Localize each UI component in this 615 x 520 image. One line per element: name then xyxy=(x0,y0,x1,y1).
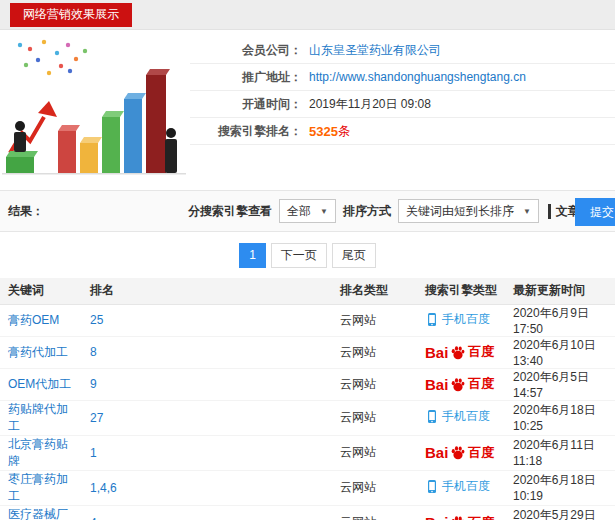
company-link[interactable]: 山东皇圣堂药业有限公司 xyxy=(309,42,441,59)
baidu-logo: Bai百度 xyxy=(425,375,494,393)
baidu-latin-text: Bai xyxy=(425,444,448,461)
update-time: 2020年6月18日 10:19 xyxy=(505,470,615,505)
engine-filter-select[interactable]: 全部 ▼ xyxy=(279,199,336,223)
engine-label: 手机百度 xyxy=(442,311,490,328)
mobile-baidu-badge: 手机百度 xyxy=(425,408,490,425)
keyword-link[interactable]: OEM代加工 xyxy=(0,368,82,400)
baidu-logo: Bai百度 xyxy=(425,343,494,361)
header-update-time: 最新更新时间 xyxy=(505,278,615,304)
promo-chart-image xyxy=(0,33,190,187)
rank-type: 云网站 xyxy=(332,470,417,505)
engine-label: 百度 xyxy=(468,343,494,361)
baidu-paw-icon xyxy=(451,445,465,460)
table-header-row: 关键词 排名 排名类型 搜索引擎类型 最新更新时间 xyxy=(0,278,615,304)
chevron-down-icon: ▼ xyxy=(320,207,328,216)
promo-url-link[interactable]: http://www.shandonghuangshengtang.cn xyxy=(309,70,526,84)
table-row: 膏药OEM 25 云网站 手机百度 2020年6月9日 17:50 xyxy=(0,304,615,336)
mobile-baidu-badge: 手机百度 xyxy=(425,311,490,328)
chevron-down-icon: ▼ xyxy=(523,207,531,216)
engine-label: 百度 xyxy=(468,444,494,462)
header-rank: 排名 xyxy=(82,278,332,304)
sort-label: 排序方式 xyxy=(343,203,391,220)
engine-label: 百度 xyxy=(468,514,494,520)
rank-value[interactable]: 1 xyxy=(82,435,332,470)
baidu-paw-icon xyxy=(451,515,465,520)
info-rows: 会员公司： 山东皇圣堂药业有限公司 推广地址： http://www.shand… xyxy=(190,30,615,145)
keyword-link[interactable]: 北京膏药贴牌 xyxy=(0,435,82,470)
table-row: 枣庄膏药加工 1,4,6 云网站 手机百度 2020年6月18日 10:19 xyxy=(0,470,615,505)
company-label: 会员公司： xyxy=(190,42,302,59)
info-row-rank-count: 搜索引擎排名： 5325 条 xyxy=(190,118,615,145)
baidu-latin-text: Bai xyxy=(425,376,448,393)
update-time: 2020年6月18日 10:25 xyxy=(505,400,615,435)
page-button-current[interactable]: 1 xyxy=(239,243,266,268)
keyword-link[interactable]: 膏药代加工 xyxy=(0,336,82,368)
update-time: 2020年5月29日 10:32 xyxy=(505,505,615,520)
results-table: 关键词 排名 排名类型 搜索引擎类型 最新更新时间 膏药OEM 25 云网站 手… xyxy=(0,278,615,520)
rank-value[interactable]: 4 xyxy=(82,505,332,520)
baidu-paw-icon xyxy=(451,345,465,360)
rank-value[interactable]: 1,4,6 xyxy=(82,470,332,505)
filter-bar: 结果： 分搜索引擎查看 全部 ▼ 排序方式 关键词由短到长排序 ▼ 文章类型 全… xyxy=(0,190,615,232)
table-row: OEM代加工 9 云网站 Bai百度 2020年6月5日 14:57 xyxy=(0,368,615,400)
keyword-link[interactable]: 药贴牌代加工 xyxy=(0,400,82,435)
update-time: 2020年6月11日 11:18 xyxy=(505,435,615,470)
update-time: 2020年6月5日 14:57 xyxy=(505,368,615,400)
sort-select[interactable]: 关键词由短到长排序 ▼ xyxy=(398,199,539,223)
engine-label: 手机百度 xyxy=(442,408,490,425)
header-rank-type: 排名类型 xyxy=(332,278,417,304)
header-keyword: 关键词 xyxy=(0,278,82,304)
baidu-logo: Bai百度 xyxy=(425,514,494,520)
info-row-company: 会员公司： 山东皇圣堂药业有限公司 xyxy=(190,37,615,64)
keyword-link[interactable]: 膏药OEM xyxy=(0,304,82,336)
next-page-button[interactable]: 下一页 xyxy=(271,243,327,268)
submit-button[interactable]: 提交 xyxy=(575,198,615,226)
info-section: 会员公司： 山东皇圣堂药业有限公司 推广地址： http://www.shand… xyxy=(0,30,615,190)
header-engine-type: 搜索引擎类型 xyxy=(417,278,505,304)
mobile-baidu-icon xyxy=(425,409,439,424)
update-time: 2020年6月9日 17:50 xyxy=(505,304,615,336)
table-row: 医疗器械厂家 4 云网站 Bai百度 2020年5月29日 10:32 xyxy=(0,505,615,520)
keyword-link[interactable]: 枣庄膏药加工 xyxy=(0,470,82,505)
engine-label: 手机百度 xyxy=(442,478,490,495)
rank-value[interactable]: 8 xyxy=(82,336,332,368)
promo-url-label: 推广地址： xyxy=(190,69,302,86)
rank-count-label: 搜索引擎排名： xyxy=(190,123,302,140)
keyword-link[interactable]: 医疗器械厂家 xyxy=(0,505,82,520)
divider xyxy=(548,204,551,219)
engine-filter-label: 分搜索引擎查看 xyxy=(188,203,272,220)
rank-type: 云网站 xyxy=(332,368,417,400)
sort-value: 关键词由短到长排序 xyxy=(406,203,514,220)
rank-type: 云网站 xyxy=(332,505,417,520)
mobile-baidu-icon xyxy=(425,479,439,494)
baidu-latin-text: Bai xyxy=(425,514,448,520)
rank-value[interactable]: 27 xyxy=(82,400,332,435)
info-row-url: 推广地址： http://www.shandonghuangshengtang.… xyxy=(190,64,615,91)
rank-type: 云网站 xyxy=(332,336,417,368)
table-row: 药贴牌代加工 27 云网站 手机百度 2020年6月18日 10:25 xyxy=(0,400,615,435)
rank-value[interactable]: 9 xyxy=(82,368,332,400)
mobile-baidu-badge: 手机百度 xyxy=(425,478,490,495)
page-title-tab[interactable]: 网络营销效果展示 xyxy=(10,3,132,27)
rank-type: 云网站 xyxy=(332,400,417,435)
rank-value[interactable]: 25 xyxy=(82,304,332,336)
last-page-button[interactable]: 尾页 xyxy=(332,243,376,268)
rank-type: 云网站 xyxy=(332,304,417,336)
bar-chart-illustration xyxy=(0,33,190,187)
baidu-latin-text: Bai xyxy=(425,344,448,361)
mobile-baidu-icon xyxy=(425,312,439,327)
update-time: 2020年6月10日 13:40 xyxy=(505,336,615,368)
pagination: 1 下一页 尾页 xyxy=(0,232,615,278)
baidu-paw-icon xyxy=(451,377,465,392)
engine-filter-value: 全部 xyxy=(287,203,311,220)
rank-count-value: 5325 xyxy=(309,124,338,139)
engine-label: 百度 xyxy=(468,375,494,393)
baidu-logo: Bai百度 xyxy=(425,444,494,462)
result-label: 结果： xyxy=(8,203,44,220)
open-time-label: 开通时间： xyxy=(190,96,302,113)
open-time-value: 2019年11月20日 09:08 xyxy=(309,96,431,113)
table-row: 膏药代加工 8 云网站 Bai百度 2020年6月10日 13:40 xyxy=(0,336,615,368)
rank-type: 云网站 xyxy=(332,435,417,470)
rank-count-unit: 条 xyxy=(338,123,350,140)
table-row: 北京膏药贴牌 1 云网站 Bai百度 2020年6月11日 11:18 xyxy=(0,435,615,470)
